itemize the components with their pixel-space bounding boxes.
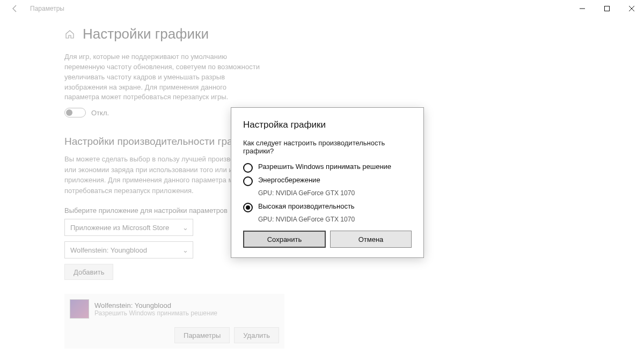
minimize-button[interactable] (570, 0, 595, 17)
app-preference: Разрешить Windows принимать решение (94, 309, 217, 317)
app-card: Wolfenstein: Youngblood Разрешить Window… (64, 294, 284, 349)
radio-option-high-performance[interactable]: Высокая производительность (243, 202, 412, 212)
app-name: Wolfenstein: Youngblood (94, 301, 217, 309)
radio-icon (243, 203, 253, 212)
radio-icon (243, 176, 253, 186)
maximize-button[interactable] (595, 0, 619, 17)
radio-sub-gpu: GPU: NVIDIA GeForce GTX 1070 (258, 189, 412, 197)
toggle-label: Откл. (91, 109, 109, 117)
page-title: Настройки графики (83, 26, 209, 42)
svg-rect-1 (605, 6, 610, 11)
dialog-question: Как следует настроить производительность… (243, 139, 412, 155)
vrr-toggle[interactable] (64, 108, 86, 117)
home-icon[interactable] (64, 29, 75, 40)
radio-option-power-saving[interactable]: Энергосбережение (243, 176, 412, 186)
add-button[interactable]: Добавить (64, 264, 113, 280)
app-remove-button[interactable]: Удалить (234, 327, 279, 343)
window-title: Параметры (30, 5, 64, 12)
close-button[interactable] (619, 0, 644, 17)
dialog-save-button[interactable]: Сохранить (243, 231, 326, 248)
back-button[interactable] (4, 0, 26, 17)
dialog-cancel-button[interactable]: Отмена (330, 231, 412, 248)
radio-sub-gpu: GPU: NVIDIA GeForce GTX 1070 (258, 216, 412, 223)
chevron-down-icon: ⌄ (182, 224, 188, 232)
chevron-down-icon: ⌄ (182, 246, 188, 254)
app-select-combo[interactable]: Wolfenstein: Youngblood ⌄ (64, 241, 193, 258)
app-options-button[interactable]: Параметры (174, 327, 230, 343)
intro-text: Для игр, которые не поддерживают по умол… (64, 52, 263, 102)
radio-icon (243, 163, 253, 173)
graphics-preference-dialog: Настройка графики Как следует настроить … (231, 107, 424, 258)
radio-option-system[interactable]: Разрешить Windows принимать решение (243, 162, 412, 173)
app-source-combo[interactable]: Приложение из Microsoft Store ⌄ (64, 219, 193, 236)
combo-value: Приложение из Microsoft Store (70, 224, 169, 232)
dialog-title: Настройка графики (243, 120, 412, 130)
app-thumbnail (70, 299, 89, 319)
combo-value: Wolfenstein: Youngblood (70, 246, 147, 254)
